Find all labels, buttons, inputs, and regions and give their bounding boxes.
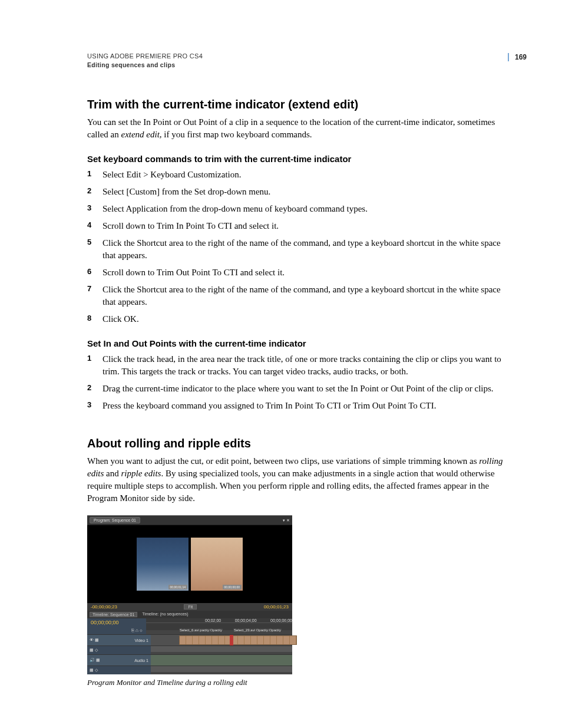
page-number: 169 [508, 53, 527, 61]
section-title: Editing sequences and clips [87, 61, 509, 70]
track-spacer [151, 646, 292, 652]
heading-trim-extend-edit: Trim with the current-time indicator (ex… [87, 98, 509, 111]
track-spacer [151, 666, 292, 672]
incoming-frame-timecode: 00;00;00;00 [223, 585, 242, 589]
figure-rolling-edit: Program: Sequence 01 ▾ ✕ 00;00;01;14 00;… [87, 515, 509, 687]
video-track-controls-row: ▦ ◇ [87, 645, 292, 654]
speaker-icon: 🔊 ▦ [90, 658, 100, 663]
ruler-tick: 00;00;06;00 [270, 618, 292, 622]
program-monitor-timecode-bar: -00;00;00;23 Fit 00;00;01;23 [87, 603, 292, 611]
step: Click OK. [87, 313, 509, 325]
heading-set-keyboard-commands: Set keyboard commands to trim with the c… [87, 154, 509, 164]
timeline-tab-active: Timeline: Sequence 01 [90, 612, 137, 617]
timeline-cti-timecode: 00;00;00;00 [87, 618, 146, 627]
timeline-tabbar: Timeline: Sequence 01 Timeline: (no sequ… [87, 611, 292, 618]
step: Press the keyboard command you assigned … [87, 400, 509, 412]
steps-in-out-points: Click the track head, in the area near t… [87, 353, 509, 412]
intro-rolling-ripple: When you want to adjust the cut, or edit… [87, 455, 509, 505]
left-timecode: -00;00;00;23 [91, 604, 117, 610]
intro-paragraph: You can set the In Point or Out Point of… [87, 116, 509, 141]
panel-menu-icon: ▾ ✕ [283, 518, 290, 523]
outgoing-frame-timecode: 00;00;01;14 [168, 585, 187, 589]
step: Click the Shortcut area to the right of … [87, 237, 509, 262]
zoom-fit-dropdown: Fit [184, 604, 197, 610]
step: Click the Shortcut area to the right of … [87, 284, 509, 308]
program-monitor-tab: Program: Sequence 01 [90, 517, 140, 523]
audio-track-label: Audio 1 [134, 658, 148, 663]
video-track-head: 👁 ▦ Video 1 [87, 635, 151, 645]
clip-b-label: Select_23.avi Opacity:Opacity [233, 628, 282, 632]
step: Click the track head, in the area near t… [87, 353, 509, 378]
heading-rolling-ripple: About rolling and ripple edits [87, 437, 509, 450]
text: When you want to adjust the cut, or edit… [87, 456, 479, 466]
running-header: USING ADOBE PREMIERE PRO CS4 Editing seq… [87, 52, 509, 70]
clip-a [179, 635, 232, 645]
term-ripple-edits: ripple edits [121, 469, 161, 478]
doc-title: USING ADOBE PREMIERE PRO CS4 [87, 52, 509, 61]
text: and [104, 469, 121, 478]
program-monitor-tabbar: Program: Sequence 01 ▾ ✕ [87, 515, 292, 525]
outgoing-frame: 00;00;01;14 [137, 538, 189, 591]
page: 169 USING ADOBE PREMIERE PRO CS4 Editing… [0, 0, 562, 728]
audio-track [151, 655, 292, 666]
ruler-tick: 00;02;00 [205, 618, 221, 622]
ruler-tick: 00;00;04;00 [235, 618, 257, 622]
step: Scroll down to Trim Out Point To CTI and… [87, 266, 509, 279]
step: Drag the current-time indicator to the p… [87, 383, 509, 395]
text: if you first map two keyboard commands. [162, 130, 312, 139]
timeline-panel: Timeline: Sequence 01 Timeline: (no sequ… [87, 611, 292, 674]
video-track-label: Video 1 [134, 638, 148, 643]
step: Select [Custom] from the Set drop-down m… [87, 186, 509, 198]
timeline-tool-icons: ⎘ ⌂ ◇ [87, 627, 146, 634]
step: Scroll down to Trim In Point To CTI and … [87, 220, 509, 232]
video-track-controls: ▦ ◇ [87, 646, 151, 654]
clip-b [231, 635, 297, 645]
step: Select Application from the drop-down me… [87, 203, 509, 215]
timeline-tab-inactive: Timeline: (no sequences) [142, 612, 188, 617]
screenshot-mock: Program: Sequence 01 ▾ ✕ 00;00;01;14 00;… [87, 515, 292, 674]
step: Select Edit > Keyboard Customization. [87, 169, 509, 181]
steps-keyboard-commands: Select Edit > Keyboard Customization. Se… [87, 169, 509, 325]
audio-track-row: 🔊 ▦ Audio 1 [87, 654, 292, 666]
term-extend-edit: extend edit, [121, 130, 161, 139]
timeline-ruler: 00;02;00 00;00;04;00 00;00;06;00 [146, 618, 292, 622]
audio-track-controls: ▦ ◇ [87, 666, 151, 674]
right-timecode: 00;00;01;23 [264, 604, 289, 610]
audio-track-controls-row: ▦ ◇ [87, 666, 292, 674]
heading-set-in-out-points: Set In and Out Points with the current-t… [87, 338, 509, 348]
rolling-edit-point [230, 635, 233, 645]
program-monitor-view: 00;00;01;14 00;00;00;00 [87, 525, 292, 603]
eye-icon: 👁 ▦ [90, 638, 99, 643]
audio-track-head: 🔊 ▦ Audio 1 [87, 655, 151, 666]
video-track: Select_6.avi pacity:Opacity Select_23.av… [151, 635, 292, 645]
figure-caption: Program Monitor and Timeline during a ro… [87, 678, 509, 687]
clip-a-label: Select_6.avi pacity:Opacity [179, 628, 223, 632]
video-track-row: 👁 ▦ Video 1 Select_6.avi pacity:Opacity … [87, 634, 292, 645]
incoming-frame: 00;00;00;00 [191, 538, 243, 591]
